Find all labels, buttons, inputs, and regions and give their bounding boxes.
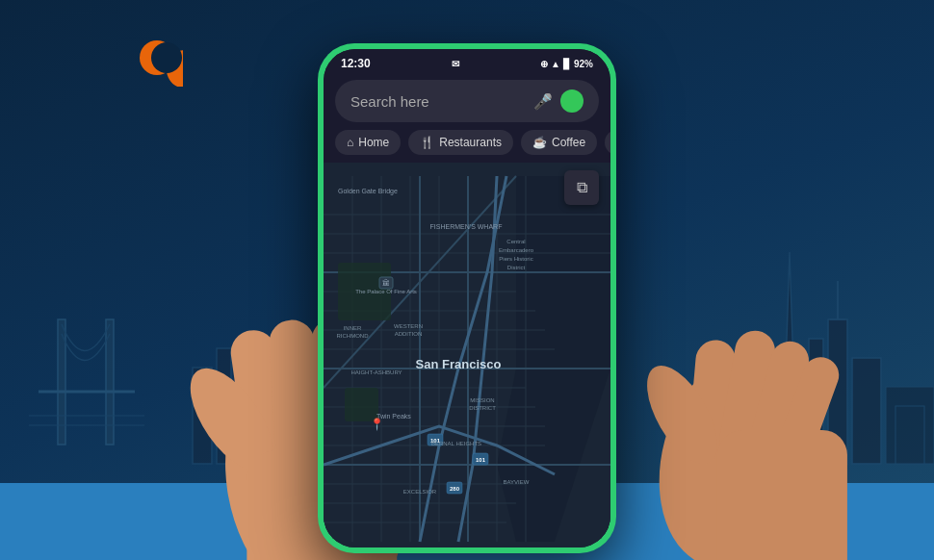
profile-dot[interactable] (560, 89, 584, 113)
restaurant-icon: 🍴 (420, 136, 434, 149)
home-icon: ⌂ (347, 136, 353, 149)
status-bar: 12:30 ✉ ⊕ ▲ ▊ 92% (324, 49, 610, 74)
filter-coffee-label: Coffee (552, 136, 585, 149)
svg-text:BAYVIEW: BAYVIEW (504, 479, 530, 485)
svg-text:ADDITION: ADDITION (395, 331, 423, 337)
search-placeholder: Search here (350, 93, 533, 110)
mic-icon[interactable]: 🎤 (533, 92, 553, 111)
svg-text:The Palace Of Fine Arts: The Palace Of Fine Arts (355, 289, 417, 294)
filter-bars[interactable]: ▽ B (605, 130, 610, 155)
svg-text:WESTERN: WESTERN (394, 323, 423, 329)
phone-frame: 12:30 ✉ ⊕ ▲ ▊ 92% Search here 🎤 ⌂ (318, 43, 616, 553)
svg-text:MISSION: MISSION (470, 397, 494, 403)
svg-rect-33 (717, 430, 847, 560)
email-icon: ✉ (452, 59, 459, 69)
svg-text:🏛: 🏛 (382, 278, 390, 288)
svg-text:280: 280 (450, 486, 460, 492)
svg-text:INNER: INNER (344, 325, 362, 331)
wifi-icon: ▲ (551, 59, 560, 69)
layers-icon: ⧉ (577, 179, 587, 196)
coffee-icon: ☕ (532, 136, 547, 149)
svg-text:101: 101 (476, 457, 486, 463)
filter-restaurants[interactable]: 🍴 Restaurants (408, 130, 513, 155)
status-icons: ⊕ ▲ ▊ 92% (540, 59, 593, 69)
location-icon: ⊕ (540, 59, 548, 69)
map-area[interactable]: 101 280 101 FISHERMEN'S WHARF Central Em… (324, 163, 610, 547)
svg-text:FISHERMEN'S WHARF: FISHERMEN'S WHARF (430, 223, 503, 230)
search-container: Search here 🎤 (324, 74, 610, 130)
phone-screen: 12:30 ✉ ⊕ ▲ ▊ 92% Search here 🎤 ⌂ (324, 49, 610, 547)
svg-text:District: District (507, 265, 526, 270)
svg-text:Central: Central (506, 239, 525, 244)
svg-text:BERNAL HEIGHTS: BERNAL HEIGHTS (431, 441, 481, 446)
svg-text:DISTRICT: DISTRICT (469, 405, 496, 411)
filter-home[interactable]: ⌂ Home (335, 130, 401, 155)
svg-text:Embarcadero: Embarcadero (499, 247, 534, 253)
layers-button[interactable]: ⧉ (564, 170, 599, 205)
search-icons: 🎤 (533, 89, 584, 113)
svg-text:EXCELSIOR: EXCELSIOR (403, 489, 437, 495)
svg-text:San Francisco: San Francisco (416, 357, 502, 371)
svg-text:📍: 📍 (370, 417, 384, 431)
svg-text:Golden Gate Bridge: Golden Gate Bridge (338, 188, 398, 195)
search-bar[interactable]: Search here 🎤 (335, 80, 599, 122)
filter-restaurants-label: Restaurants (439, 136, 502, 149)
svg-text:HAIGHT-ASHBURY: HAIGHT-ASHBURY (350, 369, 402, 375)
quick-filters: ⌂ Home 🍴 Restaurants ☕ Coffee ▽ B (324, 130, 610, 163)
svg-text:RICHMOND: RICHMOND (337, 333, 370, 339)
filter-coffee[interactable]: ☕ Coffee (521, 130, 597, 155)
filter-home-label: Home (358, 136, 389, 149)
status-time: 12:30 (341, 57, 371, 70)
signal-icon: ▊ (563, 59, 571, 69)
battery-indicator: 92% (574, 59, 593, 69)
svg-rect-72 (345, 388, 378, 421)
svg-text:Piers Historic: Piers Historic (499, 256, 532, 262)
map-roads: 101 280 101 FISHERMEN'S WHARF Central Em… (324, 163, 610, 547)
